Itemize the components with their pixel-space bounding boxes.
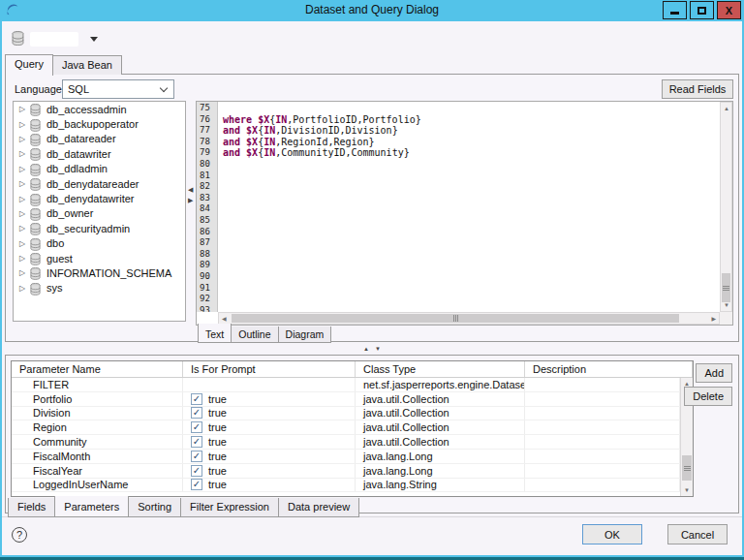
close-button[interactable]: X (717, 1, 741, 19)
tab-diagram[interactable]: Diagram (278, 327, 332, 343)
tree-item-db_datawriter[interactable]: ▷ db_datawriter (14, 146, 185, 161)
code-line[interactable] (223, 227, 720, 238)
expand-arrow-icon[interactable]: ▷ (19, 268, 30, 277)
tab-data-preview[interactable]: Data preview (278, 498, 359, 517)
code-lines[interactable]: where $X{IN,PortfolioID,Portfolio}and $X… (219, 102, 720, 312)
sash-up-icon[interactable]: ▲ (363, 346, 369, 352)
ok-button[interactable]: OK (582, 524, 642, 544)
scroll-down-icon[interactable]: ▼ (724, 302, 729, 308)
parameters-table[interactable]: Parameter Name Is For Prompt Class Type … (11, 360, 694, 497)
table-scroll-down-icon[interactable]: ▼ (684, 487, 690, 493)
help-button[interactable]: ? (12, 527, 27, 543)
tree-item-db_owner[interactable]: ▷ db_owner (14, 206, 185, 221)
table-row[interactable]: FILTERnet.sf.jasperreports.engine.Datase… (12, 378, 680, 392)
expand-arrow-icon[interactable]: ▷ (19, 165, 30, 173)
tree-item-db_datareader[interactable]: ▷ db_datareader (14, 132, 185, 146)
tab-outline[interactable]: Outline (231, 327, 278, 343)
column-description[interactable]: Description (525, 361, 693, 377)
vertical-scroll-thumb[interactable] (722, 273, 730, 302)
language-select[interactable]: SQL (62, 79, 174, 99)
tab-text[interactable]: Text (198, 324, 232, 343)
expand-arrow-icon[interactable]: ▷ (19, 284, 30, 293)
code-line[interactable]: and $X{IN,CommunityID,Community} (223, 147, 720, 159)
tree-item-db_backupoperator[interactable]: ▷ db_backupoperator (14, 116, 185, 131)
expand-arrow-icon[interactable]: ▷ (19, 195, 30, 203)
tab-java-bean[interactable]: Java Bean (52, 55, 122, 75)
table-row[interactable]: Portfolio✓truejava.util.Collection (12, 392, 680, 407)
scroll-right-icon[interactable]: ▶ (711, 316, 716, 322)
prompt-checkbox[interactable]: ✓ (191, 465, 202, 477)
table-row[interactable]: Region✓truejava.util.Collection (12, 420, 680, 435)
expand-arrow-icon[interactable]: ▷ (19, 179, 30, 188)
read-fields-button[interactable]: Read Fields (662, 79, 733, 99)
code-line[interactable] (223, 103, 720, 114)
tree-item-dbo[interactable]: ▷ dbo (14, 236, 185, 251)
expand-arrow-icon[interactable]: ▷ (19, 224, 30, 233)
code-line[interactable] (223, 193, 720, 204)
tree-item-db_accessadmin[interactable]: ▷ db_accessadmin (14, 102, 185, 116)
schema-tree[interactable]: ▷ db_accessadmin▷ db_backupoperator▷ db_… (13, 101, 186, 322)
minimize-button[interactable] (663, 1, 687, 19)
prompt-checkbox[interactable]: ✓ (191, 479, 202, 490)
column-parameter-name[interactable]: Parameter Name (12, 361, 183, 377)
table-row[interactable]: FiscalYear✓truejava.lang.Long (12, 464, 680, 479)
expand-arrow-icon[interactable]: ▷ (19, 135, 30, 143)
expand-arrow-icon[interactable]: ▷ (19, 120, 30, 129)
expand-arrow-icon[interactable]: ▷ (19, 209, 30, 218)
title-bar[interactable]: Dataset and Query Dialog X (0, 0, 744, 21)
prompt-checkbox[interactable]: ✓ (191, 407, 202, 419)
code-line[interactable] (223, 171, 720, 182)
code-line[interactable] (223, 294, 720, 305)
code-line[interactable] (223, 305, 720, 312)
expand-arrow-icon[interactable]: ▷ (19, 239, 30, 248)
tree-item-db_denydatareader[interactable]: ▷ db_denydatareader (14, 176, 185, 191)
cancel-button[interactable]: Cancel (667, 524, 728, 544)
tree-item-guest[interactable]: ▷ guest (14, 251, 185, 265)
add-button[interactable]: Add (696, 363, 732, 383)
column-class-type[interactable]: Class Type (356, 361, 525, 377)
scroll-left-icon[interactable]: ◀ (222, 316, 227, 322)
code-line[interactable] (223, 271, 720, 283)
tree-editor-splitter[interactable]: ◀ ▶ (188, 186, 196, 203)
table-row[interactable]: LoggedInUserName✓truejava.lang.String (12, 479, 680, 493)
maximize-button[interactable] (690, 1, 714, 19)
tree-item-db_securityadmin[interactable]: ▷ db_securityadmin (14, 221, 185, 235)
code-line[interactable]: where $X{IN,PortfolioID,Portfolio} (223, 114, 720, 126)
tab-parameters[interactable]: Parameters (54, 496, 129, 517)
tree-item-information_schema[interactable]: ▷ INFORMATION_SCHEMA (14, 265, 185, 280)
editor-vertical-scrollbar[interactable]: ▲ ▼ (720, 102, 732, 312)
table-row[interactable]: Division✓truejava.util.Collection (12, 407, 680, 421)
horizontal-scroll-thumb[interactable] (232, 314, 679, 323)
sash-down-icon[interactable]: ▼ (375, 346, 381, 352)
code-line[interactable] (223, 215, 720, 227)
code-line[interactable]: and $X{IN,RegionId,Region} (223, 137, 720, 148)
editor-horizontal-scrollbar[interactable]: ◀ ▶ (218, 312, 720, 325)
table-row[interactable]: Community✓truejava.util.Collection (12, 435, 680, 450)
prompt-checkbox[interactable]: ✓ (191, 436, 202, 448)
prompt-checkbox[interactable]: ✓ (191, 451, 202, 462)
tree-item-sys[interactable]: ▷ sys (14, 281, 185, 296)
expand-arrow-icon[interactable]: ▷ (19, 105, 30, 113)
code-line[interactable] (223, 283, 720, 295)
tree-item-db_ddladmin[interactable]: ▷ db_ddladmin (14, 162, 185, 176)
code-line[interactable] (223, 237, 720, 249)
delete-button[interactable]: Delete (684, 387, 732, 406)
collapse-right-icon[interactable]: ▶ (188, 197, 196, 203)
tab-sorting[interactable]: Sorting (128, 498, 181, 517)
prompt-checkbox[interactable]: ✓ (191, 393, 202, 405)
code-line[interactable] (223, 249, 720, 261)
expand-arrow-icon[interactable]: ▷ (19, 254, 30, 263)
code-line[interactable] (223, 260, 720, 271)
tab-fields[interactable]: Fields (8, 498, 55, 517)
code-line[interactable] (223, 203, 720, 215)
dropdown-arrow-icon[interactable] (90, 37, 98, 42)
code-line[interactable] (223, 181, 720, 193)
code-line[interactable]: and $X{IN,DivisionID,Division} (223, 125, 720, 137)
tree-item-db_denydatawriter[interactable]: ▷ db_denydatawriter (14, 191, 185, 205)
tab-query[interactable]: Query (5, 54, 53, 76)
scroll-up-icon[interactable]: ▲ (724, 106, 729, 111)
sql-editor[interactable]: 7576777879808182838485868788899091929394… (196, 101, 733, 326)
column-is-for-prompt[interactable]: Is For Prompt (183, 361, 356, 377)
code-line[interactable] (223, 159, 720, 171)
prompt-checkbox[interactable]: ✓ (191, 421, 202, 433)
